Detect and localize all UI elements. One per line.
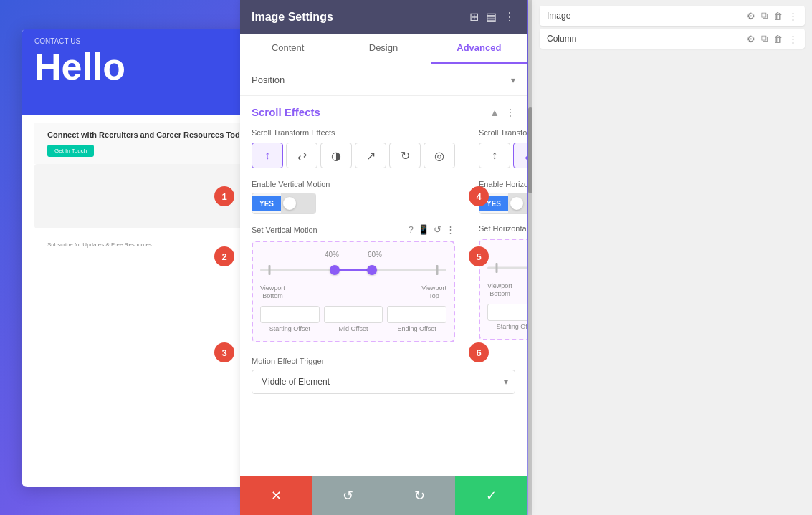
right-btn-vertical[interactable]: ↕ <box>479 143 510 168</box>
left-starting-offset-label: Starting Offset <box>260 325 320 333</box>
left-enable-label: Enable Vertical Motion <box>252 180 455 188</box>
left-btn-horizontal[interactable]: ⇄ <box>286 143 317 168</box>
left-viewport-labels: ViewportBottom ViewportTop <box>260 284 446 300</box>
left-ending-offset-label: Ending Offset <box>387 325 446 333</box>
badge-5: 5 <box>469 246 489 266</box>
left-viewport-bottom: ViewportBottom <box>260 284 285 300</box>
right-scroll-column: Scroll Transform Effects ↕ ⇄ ◑ ↗ ↻ ◎ Ena… <box>467 128 527 351</box>
left-mid-offset-label: Mid Offset <box>324 325 383 333</box>
left-motion-icons: ? 📱 ↺ ⋮ <box>409 224 455 235</box>
left-more-icon[interactable]: ⋮ <box>446 224 455 235</box>
left-offset-inputs: 4 Starting Offset 0 Mid Offset -4 Ending… <box>260 306 446 333</box>
more-icon[interactable]: ⋮ <box>504 10 515 24</box>
left-enable-section: Enable Vertical Motion YES <box>240 177 467 221</box>
scroll-effects-collapse-icon[interactable]: ▲ <box>489 107 500 118</box>
trigger-select[interactable]: Middle of Element Top of Element Bottom … <box>252 370 515 394</box>
right-viewport-bottom: ViewportBottom <box>487 282 512 298</box>
left-toggle-track <box>281 193 315 213</box>
left-ending-offset-input[interactable]: -4 <box>387 306 446 323</box>
left-viewport-top: ViewportTop <box>421 284 446 300</box>
badge-1: 1 <box>214 186 234 206</box>
left-transform-label: Scroll Transform Effects <box>252 128 455 137</box>
left-slider[interactable] <box>260 263 446 277</box>
left-btn-scale[interactable]: ↗ <box>355 143 386 168</box>
right-slider[interactable] <box>487 261 527 275</box>
left-device-icon[interactable]: 📱 <box>418 224 429 235</box>
right-motion-label: Set Horizontal Motion <box>479 224 527 233</box>
left-slider-labels: 40% 60% <box>260 251 446 259</box>
panel-tabs: Content Design Advanced <box>240 34 527 64</box>
left-slider-pct1: 40% <box>325 251 339 259</box>
position-header[interactable]: Position ▾ <box>240 64 527 95</box>
column-bar-label: Column <box>547 34 741 44</box>
tab-advanced[interactable]: Advanced <box>431 34 527 64</box>
right-transform-section: Scroll Transform Effects ↕ ⇄ ◑ ↗ ↻ ◎ <box>467 128 527 177</box>
left-btn-blur[interactable]: ◎ <box>424 143 455 168</box>
left-slider-pct2: 60% <box>368 251 382 259</box>
expand-icon[interactable]: ⊞ <box>469 10 479 24</box>
right-toggle-track <box>508 193 527 213</box>
image-copy-icon[interactable]: ⧉ <box>761 10 768 21</box>
image-bar: Image ⚙ ⧉ 🗑 ⋮ <box>540 6 805 26</box>
badge-4: 4 <box>469 186 489 206</box>
left-slider-start-marker <box>269 265 271 275</box>
position-chevron: ▾ <box>511 75 515 85</box>
image-more-icon[interactable]: ⋮ <box>788 11 798 21</box>
left-ending-offset-group: -4 Ending Offset <box>387 306 446 333</box>
left-btn-vertical[interactable]: ↕ <box>252 143 283 168</box>
left-motion-label: Set Vertical Motion <box>252 226 317 234</box>
left-toggle[interactable]: YES <box>252 193 316 214</box>
left-btn-fade[interactable]: ◑ <box>320 143 352 168</box>
right-transform-buttons: ↕ ⇄ ◑ ↗ ↻ ◎ <box>479 143 527 168</box>
image-settings-icon[interactable]: ⚙ <box>747 11 755 21</box>
scroll-effects-header: Scroll Effects ▲ ⋮ <box>240 96 527 128</box>
right-slider-labels: 40% 60% <box>487 249 527 256</box>
split-icon[interactable]: ▤ <box>486 10 497 24</box>
left-slider-thumb1[interactable] <box>330 265 340 275</box>
right-slider-start-marker <box>496 263 498 273</box>
badge-6: 6 <box>469 342 489 362</box>
undo-button[interactable]: ↺ <box>312 476 383 515</box>
panel-header: Image Settings ⊞ ▤ ⋮ <box>240 0 527 34</box>
column-more-icon[interactable]: ⋮ <box>788 34 798 44</box>
left-transform-buttons: ↕ ⇄ ◑ ↗ ↻ ◎ <box>252 143 455 168</box>
save-button[interactable]: ✓ <box>455 476 527 515</box>
column-settings-icon[interactable]: ⚙ <box>747 34 755 44</box>
left-motion-section: Set Vertical Motion ? 📱 ↺ ⋮ 40% 60% <box>240 221 467 351</box>
left-toggle-label: YES <box>252 196 281 211</box>
get-in-touch-btn[interactable]: Get In Touch <box>47 145 94 157</box>
left-btn-rotate[interactable]: ↻ <box>389 143 421 168</box>
column-bar: Column ⚙ ⧉ 🗑 ⋮ <box>540 29 805 49</box>
right-motion-header: Set Horizontal Motion <box>479 224 527 233</box>
column-copy-icon[interactable]: ⧉ <box>761 33 768 44</box>
position-section: Position ▾ <box>240 64 527 96</box>
trigger-select-wrapper: Middle of Element Top of Element Bottom … <box>252 370 515 394</box>
right-panel-bars: Image ⚙ ⧉ 🗑 ⋮ Column ⚙ ⧉ 🗑 ⋮ <box>532 0 812 54</box>
right-btn-horizontal[interactable]: ⇄ <box>513 143 527 168</box>
image-delete-icon[interactable]: 🗑 <box>773 11 783 21</box>
scroll-effects-title: Scroll Effects <box>252 106 320 118</box>
left-starting-offset-input[interactable]: 4 <box>260 306 320 323</box>
cancel-button[interactable]: ✕ <box>240 476 312 515</box>
right-viewport-labels: ViewportBottom ViewportTop <box>487 282 527 298</box>
left-motion-header: Set Vertical Motion ? 📱 ↺ ⋮ <box>252 224 455 235</box>
panel-title: Image Settings <box>252 11 333 24</box>
redo-button[interactable]: ↻ <box>383 476 455 515</box>
left-reset-icon[interactable]: ↺ <box>434 224 441 235</box>
left-scroll-column: Scroll Transform Effects ↕ ⇄ ◑ ↗ ↻ ◎ Ena… <box>240 128 467 351</box>
tab-design[interactable]: Design <box>335 34 431 64</box>
panel-footer: ✕ ↺ ↻ ✓ <box>240 476 527 515</box>
right-starting-offset-input[interactable]: -4 <box>487 304 527 321</box>
left-toggle-thumb <box>283 197 296 210</box>
scroll-effects-icons: ▲ ⋮ <box>489 107 515 118</box>
tab-content[interactable]: Content <box>240 34 335 64</box>
panel-header-icons: ⊞ ▤ ⋮ <box>469 10 515 24</box>
column-delete-icon[interactable]: 🗑 <box>773 34 783 44</box>
left-slider-thumb2[interactable] <box>367 265 377 275</box>
left-mid-offset-group: 0 Mid Offset <box>324 306 383 333</box>
left-help-icon[interactable]: ? <box>409 224 414 235</box>
left-mid-offset-input[interactable]: 0 <box>324 306 383 323</box>
badge-3: 3 <box>214 342 234 362</box>
badge-2: 2 <box>214 246 234 266</box>
scroll-effects-more-icon[interactable]: ⋮ <box>505 107 515 118</box>
